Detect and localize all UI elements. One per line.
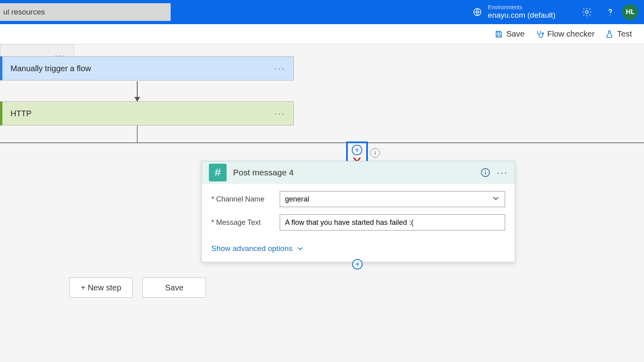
add-step-below-button[interactable]: + xyxy=(352,259,363,269)
connector-arrow-icon xyxy=(137,81,138,101)
post-message-title: Post message 4 xyxy=(233,168,474,177)
save-icon xyxy=(494,30,503,39)
environment-name: enayu.com (default) xyxy=(488,11,555,20)
message-text-label: * Message Text xyxy=(211,218,280,227)
environment-picker[interactable]: Environments enayu.com (default) xyxy=(473,4,555,20)
card-more-icon[interactable]: ··· xyxy=(497,167,508,178)
globe-icon xyxy=(473,7,482,17)
environments-label: Environments xyxy=(488,4,555,11)
save-button[interactable]: Save xyxy=(142,278,206,298)
channel-name-dropdown[interactable]: general xyxy=(280,191,505,207)
designer-canvas[interactable]: Manually trigger a flow ··· HTTP ··· ···… xyxy=(0,44,644,362)
http-more-icon[interactable]: ··· xyxy=(274,111,285,116)
command-bar: Save Flow checker Test xyxy=(0,24,644,44)
flask-icon xyxy=(605,30,614,39)
svg-point-2 xyxy=(610,14,611,15)
slack-icon: # xyxy=(209,164,227,181)
trigger-more-icon[interactable]: ··· xyxy=(274,66,285,71)
trigger-title: Manually trigger a flow xyxy=(10,64,91,73)
channel-name-value: general xyxy=(285,195,309,204)
connector-branch-line xyxy=(0,142,644,143)
search-input[interactable] xyxy=(0,3,171,21)
flow-checker-command[interactable]: Flow checker xyxy=(535,29,595,39)
http-card[interactable]: HTTP ··· xyxy=(0,101,294,125)
svg-point-6 xyxy=(485,170,486,171)
stethoscope-icon xyxy=(535,30,544,39)
svg-point-1 xyxy=(586,11,588,14)
user-avatar[interactable]: HL xyxy=(622,4,638,20)
new-step-button[interactable]: + New step xyxy=(69,278,133,298)
help-icon[interactable] xyxy=(605,6,616,18)
save-command[interactable]: Save xyxy=(494,29,525,39)
connector-line xyxy=(137,125,138,142)
svg-point-3 xyxy=(542,33,543,34)
flow-checker-label: Flow checker xyxy=(547,29,595,39)
http-title: HTTP xyxy=(10,109,31,118)
settings-icon[interactable] xyxy=(581,6,592,18)
trigger-card[interactable]: Manually trigger a flow ··· xyxy=(0,56,294,80)
message-text-input[interactable]: A flow that you have started has failed … xyxy=(280,214,505,230)
channel-name-label: * Channel Name xyxy=(211,195,280,204)
chevron-down-icon xyxy=(297,245,304,252)
message-text-value: A flow that you have started has failed … xyxy=(285,218,413,227)
save-command-label: Save xyxy=(506,29,525,39)
advanced-options-label: Show advanced options xyxy=(211,244,293,253)
post-message-header[interactable]: # Post message 4 ··· xyxy=(202,161,515,184)
test-command[interactable]: Test xyxy=(605,29,632,39)
top-bar: Environments enayu.com (default) HL xyxy=(0,0,644,24)
info-icon[interactable]: i xyxy=(370,148,380,158)
chevron-down-icon xyxy=(492,194,500,204)
insert-step-button[interactable]: + xyxy=(352,145,362,155)
card-info-icon[interactable] xyxy=(480,167,491,178)
post-message-card[interactable]: # Post message 4 ··· * Channel Name gene… xyxy=(201,161,515,262)
test-label: Test xyxy=(617,29,632,39)
